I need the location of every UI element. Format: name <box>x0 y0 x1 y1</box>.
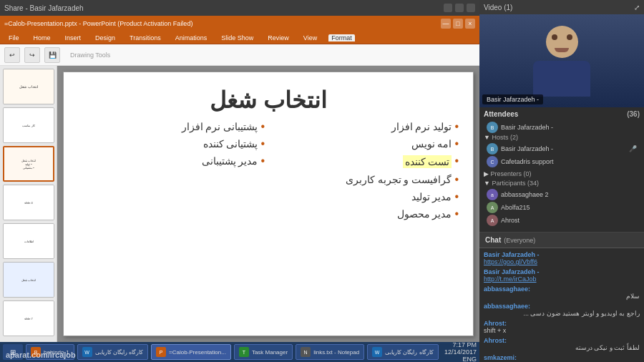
taskbar-item-taskmanager[interactable]: T Task Manager <box>234 344 293 360</box>
bullet-right-2: • امه نویس <box>272 138 459 150</box>
bullet-dot: • <box>260 155 265 167</box>
host-basir-item: B Basir Jafarzadeh - <box>484 121 640 134</box>
msg-sender-5: Ahrost: <box>484 337 640 344</box>
video-area: Video (1) ⤢ Basir Ja <box>479 0 644 107</box>
chat-msg-0: Basir Jafarzadeh - https://goo.gl/Vbff6 <box>484 251 640 265</box>
slide-thumb-3[interactable]: انتخاب شغل• تولید• پشتیبانی <box>3 146 54 182</box>
main-container: Share - Basir Jafarzadeh =Calob-Presenta… <box>0 0 644 362</box>
msg-text-2: سلام <box>484 293 640 300</box>
host-basir-name2: Basir Jafarzadeh - <box>501 145 626 152</box>
slide-thumb-2[interactable]: کار مناسب <box>3 107 54 143</box>
msg-text-4: shift + x <box>484 327 640 334</box>
tab-view[interactable]: View <box>301 34 320 41</box>
tab-review[interactable]: Review <box>265 34 292 41</box>
video-title: Video (1) <box>484 4 512 11</box>
video-expand-icon[interactable]: ⤢ <box>634 4 640 11</box>
ahrost-avatar: A <box>487 215 498 226</box>
topbar-close[interactable] <box>467 4 475 12</box>
bullet-right-3: • تست کننده <box>272 155 459 168</box>
chat-msg-5: Ahrost: لطفاً ثبت و نیکی درسته <box>484 337 640 351</box>
taskbar-item-ppt[interactable]: P =Calob-Presentation... <box>151 344 231 360</box>
topbar-minimize[interactable] <box>444 4 452 12</box>
abolfa-name: Abolfa215 <box>501 204 637 211</box>
watermark: aparat.com/ircajob <box>6 351 76 359</box>
chat-msg-4: Ahrost: shift + x <box>484 320 640 334</box>
hosts-section-label[interactable]: ▼ Hosts (2) <box>484 134 640 141</box>
hosts-section: ▼ Hosts (2) B Basir Jafarzadeh - 🎤 C Caf… <box>484 134 640 168</box>
attendees-panel: Attendees (36) B Basir Jafarzadeh - ▼ Ho… <box>479 107 644 233</box>
presentation-area: Share - Basir Jafarzadeh =Calob-Presenta… <box>0 0 479 362</box>
toolbar-undo[interactable]: ↩ <box>4 47 20 63</box>
tab-slideshow[interactable]: Slide Show <box>218 34 256 41</box>
toolbar-save[interactable]: 💾 <box>44 47 60 63</box>
bullet-dot: • <box>454 191 459 202</box>
taskbar-item-workshop1[interactable]: W کارگاه رایگان کاریابی <box>77 344 148 360</box>
right-panel: Video (1) ⤢ Basir Ja <box>479 0 644 362</box>
topbar-maximize[interactable] <box>455 4 464 12</box>
ppt-close[interactable]: × <box>465 19 475 29</box>
participant-abbassaghaee: a abbassaghaee 2 <box>484 188 640 201</box>
slide-col-left: • پشتیبانی نرم افزار • پشتیانی کننده • م… <box>78 121 265 328</box>
presentation-topbar: Share - Basir Jafarzadeh <box>0 0 479 16</box>
person-body <box>533 61 590 97</box>
tab-transitions[interactable]: Transitions <box>127 34 164 41</box>
participants-section-label[interactable]: ▼ Participants (34) <box>484 180 640 187</box>
tab-home[interactable]: Home <box>31 34 54 41</box>
attendees-title: Attendees (36) <box>484 110 640 118</box>
ppt-content: انتخاب شغل کار مناسب انتخاب شغل• تولید• … <box>0 66 479 342</box>
ppt-restore[interactable]: □ <box>453 19 463 29</box>
video-person <box>479 14 644 107</box>
host-basir-name: Basir Jafarzadeh - <box>501 124 637 131</box>
mouth <box>555 48 569 52</box>
hosts-arrow: ▼ <box>484 134 490 141</box>
chat-msg-1: Basir Jafarzadeh - http://t.me/irCaJob <box>484 268 640 283</box>
bullet-dot: • <box>454 208 459 220</box>
host-basir-item2: B Basir Jafarzadeh - 🎤 <box>484 142 640 155</box>
chat-msg-3: abbassaghaee: راجع به اویدیو و اویتر هست… <box>484 303 640 317</box>
main-slide-area[interactable]: انتخاب شغل • تولید نرم افزار • امه <box>57 66 479 342</box>
presenters-section-label[interactable]: ▶ Presenters (0) <box>484 170 640 177</box>
tab-design[interactable]: Design <box>92 34 118 41</box>
msg-link-1[interactable]: http://t.me/irCaJob <box>484 275 640 283</box>
attendees-count: (36) <box>627 110 640 118</box>
abbassaghaee-avatar: a <box>487 189 498 200</box>
ppt-minimize[interactable]: — <box>441 19 451 29</box>
ppt-icon: P <box>156 347 166 357</box>
bullet-right-1: • تولید نرم افزار <box>272 121 459 132</box>
msg-sender-1: Basir Jafarzadeh - <box>484 268 640 275</box>
slide-thumb-4[interactable]: slide 4 <box>3 185 54 220</box>
attendees-label: Attendees <box>484 110 518 118</box>
ppt-titlebar: =Calob-Presentation.pptx - PowerPoint (P… <box>0 16 479 31</box>
msg-text-3: راجع به اویدیو و اویتر هستید ضون دسی ... <box>484 310 640 317</box>
ppt-title: =Calob-Presentation.pptx - PowerPoint (P… <box>4 20 192 27</box>
taskbar-item-notepad[interactable]: N links.txt - Notepad <box>296 344 364 360</box>
taskbar-item-workshop2[interactable]: W کارگاه رایگان کاریابی <box>367 344 438 360</box>
taskbar-clock: 7:17 PM 12/14/2017 ENG <box>444 341 477 362</box>
tab-animations[interactable]: Animations <box>172 34 210 41</box>
presenters-section: ▶ Presenters (0) <box>484 170 640 177</box>
msg-sender-4: Ahrost: <box>484 320 640 327</box>
lang-indicator: ENG <box>444 356 477 362</box>
msg-link-0[interactable]: https://goo.gl/Vbff6 <box>484 258 640 265</box>
tab-insert[interactable]: Insert <box>62 34 84 41</box>
tab-format[interactable]: Format <box>328 34 355 41</box>
chat-messages[interactable]: Basir Jafarzadeh - https://goo.gl/Vbff6 … <box>479 248 644 362</box>
clock-time: 7:17 PM <box>444 341 477 348</box>
slide-thumb-6[interactable]: انتخاب شغل <box>3 262 54 298</box>
bullet-dot: • <box>454 174 459 185</box>
slide-thumb-7[interactable]: slide 7 <box>3 300 54 336</box>
video-frame: Basir Jafarzadeh - <box>479 14 644 107</box>
slide-columns: • تولید نرم افزار • امه نویس • تست کننده <box>64 121 473 336</box>
chat-msg-2: abbassaghaee: سلام <box>484 285 640 300</box>
slide-thumb-5[interactable]: اطلاعات <box>3 223 54 259</box>
ppt-window: =Calob-Presentation.pptx - PowerPoint (P… <box>0 16 479 342</box>
participant-abolfa: A Abolfa215 <box>484 201 640 214</box>
bullet-dot: • <box>260 138 265 150</box>
host-basir-avatar2: B <box>487 143 498 155</box>
mic-icon: 🎤 <box>629 145 637 152</box>
bullet-left-2: • پشتیانی کننده <box>78 138 265 150</box>
toolbar-redo[interactable]: ↪ <box>24 47 40 63</box>
workshop1-icon: W <box>82 347 92 357</box>
tab-file[interactable]: File <box>6 34 22 41</box>
slide-thumb-1[interactable]: انتخاب شغل <box>3 69 54 104</box>
